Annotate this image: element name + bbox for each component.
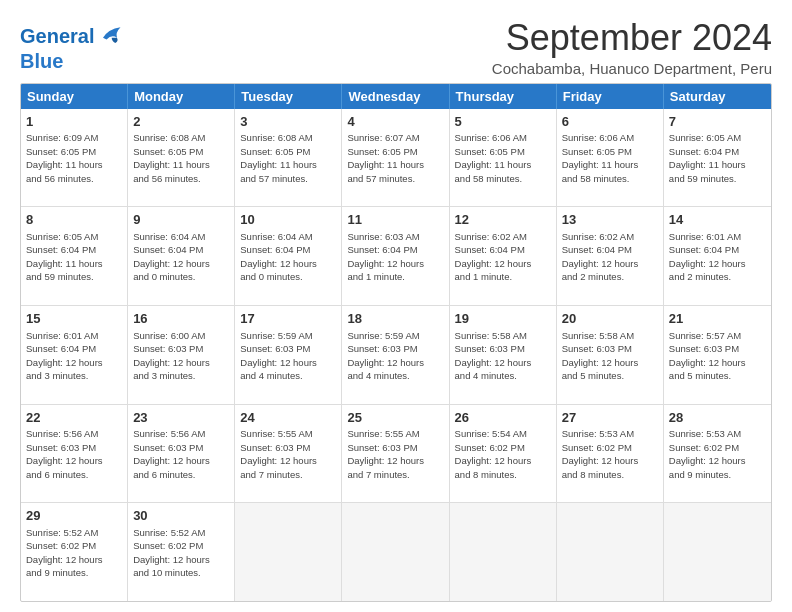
day-number: 18 bbox=[347, 310, 443, 328]
calendar-cell bbox=[450, 503, 557, 601]
calendar-cell: 22Sunrise: 5:56 AM Sunset: 6:03 PM Dayli… bbox=[21, 405, 128, 503]
day-number: 6 bbox=[562, 113, 658, 131]
calendar-cell: 28Sunrise: 5:53 AM Sunset: 6:02 PM Dayli… bbox=[664, 405, 771, 503]
header-saturday: Saturday bbox=[664, 84, 771, 109]
day-number: 23 bbox=[133, 409, 229, 427]
location-subtitle: Cochabamba, Huanuco Department, Peru bbox=[492, 60, 772, 77]
day-number: 17 bbox=[240, 310, 336, 328]
day-number: 20 bbox=[562, 310, 658, 328]
calendar-cell: 11Sunrise: 6:03 AM Sunset: 6:04 PM Dayli… bbox=[342, 207, 449, 305]
logo-icon bbox=[96, 22, 124, 50]
calendar-header: Sunday Monday Tuesday Wednesday Thursday… bbox=[21, 84, 771, 109]
day-info: Sunrise: 6:06 AM Sunset: 6:05 PM Dayligh… bbox=[562, 132, 639, 184]
day-number: 15 bbox=[26, 310, 122, 328]
calendar-cell: 16Sunrise: 6:00 AM Sunset: 6:03 PM Dayli… bbox=[128, 306, 235, 404]
logo: General Blue bbox=[20, 22, 124, 72]
calendar-cell: 14Sunrise: 6:01 AM Sunset: 6:04 PM Dayli… bbox=[664, 207, 771, 305]
header-monday: Monday bbox=[128, 84, 235, 109]
day-info: Sunrise: 6:01 AM Sunset: 6:04 PM Dayligh… bbox=[26, 330, 103, 382]
calendar-grid: Sunday Monday Tuesday Wednesday Thursday… bbox=[20, 83, 772, 602]
calendar-week-4: 22Sunrise: 5:56 AM Sunset: 6:03 PM Dayli… bbox=[21, 404, 771, 503]
calendar-cell bbox=[342, 503, 449, 601]
day-info: Sunrise: 5:53 AM Sunset: 6:02 PM Dayligh… bbox=[669, 428, 746, 480]
calendar-page: General Blue September 2024 Cochabamba, … bbox=[0, 0, 792, 612]
day-number: 8 bbox=[26, 211, 122, 229]
calendar-cell: 29Sunrise: 5:52 AM Sunset: 6:02 PM Dayli… bbox=[21, 503, 128, 601]
calendar-week-2: 8Sunrise: 6:05 AM Sunset: 6:04 PM Daylig… bbox=[21, 206, 771, 305]
day-info: Sunrise: 5:59 AM Sunset: 6:03 PM Dayligh… bbox=[347, 330, 424, 382]
logo-text: General bbox=[20, 25, 94, 47]
header-wednesday: Wednesday bbox=[342, 84, 449, 109]
day-info: Sunrise: 5:53 AM Sunset: 6:02 PM Dayligh… bbox=[562, 428, 639, 480]
calendar-cell: 24Sunrise: 5:55 AM Sunset: 6:03 PM Dayli… bbox=[235, 405, 342, 503]
day-info: Sunrise: 6:08 AM Sunset: 6:05 PM Dayligh… bbox=[133, 132, 210, 184]
calendar-cell: 25Sunrise: 5:55 AM Sunset: 6:03 PM Dayli… bbox=[342, 405, 449, 503]
day-info: Sunrise: 5:55 AM Sunset: 6:03 PM Dayligh… bbox=[240, 428, 317, 480]
day-info: Sunrise: 6:05 AM Sunset: 6:04 PM Dayligh… bbox=[26, 231, 103, 283]
header-thursday: Thursday bbox=[450, 84, 557, 109]
day-number: 19 bbox=[455, 310, 551, 328]
day-number: 2 bbox=[133, 113, 229, 131]
month-title: September 2024 bbox=[492, 18, 772, 58]
calendar-week-3: 15Sunrise: 6:01 AM Sunset: 6:04 PM Dayli… bbox=[21, 305, 771, 404]
day-number: 24 bbox=[240, 409, 336, 427]
calendar-cell: 6Sunrise: 6:06 AM Sunset: 6:05 PM Daylig… bbox=[557, 109, 664, 207]
day-info: Sunrise: 6:09 AM Sunset: 6:05 PM Dayligh… bbox=[26, 132, 103, 184]
day-info: Sunrise: 6:04 AM Sunset: 6:04 PM Dayligh… bbox=[133, 231, 210, 283]
calendar-cell: 7Sunrise: 6:05 AM Sunset: 6:04 PM Daylig… bbox=[664, 109, 771, 207]
calendar-cell: 15Sunrise: 6:01 AM Sunset: 6:04 PM Dayli… bbox=[21, 306, 128, 404]
calendar-cell: 26Sunrise: 5:54 AM Sunset: 6:02 PM Dayli… bbox=[450, 405, 557, 503]
day-number: 11 bbox=[347, 211, 443, 229]
calendar-cell: 8Sunrise: 6:05 AM Sunset: 6:04 PM Daylig… bbox=[21, 207, 128, 305]
day-number: 5 bbox=[455, 113, 551, 131]
day-number: 30 bbox=[133, 507, 229, 525]
day-info: Sunrise: 6:08 AM Sunset: 6:05 PM Dayligh… bbox=[240, 132, 317, 184]
day-number: 21 bbox=[669, 310, 766, 328]
calendar-week-1: 1Sunrise: 6:09 AM Sunset: 6:05 PM Daylig… bbox=[21, 109, 771, 207]
calendar-cell: 10Sunrise: 6:04 AM Sunset: 6:04 PM Dayli… bbox=[235, 207, 342, 305]
day-number: 29 bbox=[26, 507, 122, 525]
calendar-cell: 17Sunrise: 5:59 AM Sunset: 6:03 PM Dayli… bbox=[235, 306, 342, 404]
calendar-cell: 5Sunrise: 6:06 AM Sunset: 6:05 PM Daylig… bbox=[450, 109, 557, 207]
day-info: Sunrise: 5:52 AM Sunset: 6:02 PM Dayligh… bbox=[133, 527, 210, 579]
day-number: 28 bbox=[669, 409, 766, 427]
calendar-cell: 23Sunrise: 5:56 AM Sunset: 6:03 PM Dayli… bbox=[128, 405, 235, 503]
calendar-cell: 4Sunrise: 6:07 AM Sunset: 6:05 PM Daylig… bbox=[342, 109, 449, 207]
logo-line2: Blue bbox=[20, 50, 63, 72]
day-info: Sunrise: 6:04 AM Sunset: 6:04 PM Dayligh… bbox=[240, 231, 317, 283]
day-info: Sunrise: 6:01 AM Sunset: 6:04 PM Dayligh… bbox=[669, 231, 746, 283]
day-info: Sunrise: 6:06 AM Sunset: 6:05 PM Dayligh… bbox=[455, 132, 532, 184]
calendar-week-5: 29Sunrise: 5:52 AM Sunset: 6:02 PM Dayli… bbox=[21, 502, 771, 601]
calendar-body: 1Sunrise: 6:09 AM Sunset: 6:05 PM Daylig… bbox=[21, 109, 771, 601]
calendar-cell: 13Sunrise: 6:02 AM Sunset: 6:04 PM Dayli… bbox=[557, 207, 664, 305]
calendar-cell: 18Sunrise: 5:59 AM Sunset: 6:03 PM Dayli… bbox=[342, 306, 449, 404]
day-number: 9 bbox=[133, 211, 229, 229]
day-info: Sunrise: 5:54 AM Sunset: 6:02 PM Dayligh… bbox=[455, 428, 532, 480]
calendar-cell bbox=[235, 503, 342, 601]
day-info: Sunrise: 5:58 AM Sunset: 6:03 PM Dayligh… bbox=[562, 330, 639, 382]
calendar-cell: 9Sunrise: 6:04 AM Sunset: 6:04 PM Daylig… bbox=[128, 207, 235, 305]
day-info: Sunrise: 6:03 AM Sunset: 6:04 PM Dayligh… bbox=[347, 231, 424, 283]
header-tuesday: Tuesday bbox=[235, 84, 342, 109]
day-info: Sunrise: 5:57 AM Sunset: 6:03 PM Dayligh… bbox=[669, 330, 746, 382]
day-info: Sunrise: 6:00 AM Sunset: 6:03 PM Dayligh… bbox=[133, 330, 210, 382]
day-info: Sunrise: 5:59 AM Sunset: 6:03 PM Dayligh… bbox=[240, 330, 317, 382]
day-info: Sunrise: 5:56 AM Sunset: 6:03 PM Dayligh… bbox=[26, 428, 103, 480]
calendar-cell: 2Sunrise: 6:08 AM Sunset: 6:05 PM Daylig… bbox=[128, 109, 235, 207]
day-info: Sunrise: 5:52 AM Sunset: 6:02 PM Dayligh… bbox=[26, 527, 103, 579]
calendar-cell: 19Sunrise: 5:58 AM Sunset: 6:03 PM Dayli… bbox=[450, 306, 557, 404]
day-info: Sunrise: 6:05 AM Sunset: 6:04 PM Dayligh… bbox=[669, 132, 746, 184]
calendar-cell: 30Sunrise: 5:52 AM Sunset: 6:02 PM Dayli… bbox=[128, 503, 235, 601]
day-number: 4 bbox=[347, 113, 443, 131]
calendar-cell: 21Sunrise: 5:57 AM Sunset: 6:03 PM Dayli… bbox=[664, 306, 771, 404]
day-number: 25 bbox=[347, 409, 443, 427]
calendar-cell: 3Sunrise: 6:08 AM Sunset: 6:05 PM Daylig… bbox=[235, 109, 342, 207]
page-header: General Blue September 2024 Cochabamba, … bbox=[20, 18, 772, 77]
day-info: Sunrise: 6:07 AM Sunset: 6:05 PM Dayligh… bbox=[347, 132, 424, 184]
day-number: 22 bbox=[26, 409, 122, 427]
calendar-cell: 1Sunrise: 6:09 AM Sunset: 6:05 PM Daylig… bbox=[21, 109, 128, 207]
day-number: 13 bbox=[562, 211, 658, 229]
day-number: 1 bbox=[26, 113, 122, 131]
header-friday: Friday bbox=[557, 84, 664, 109]
day-number: 14 bbox=[669, 211, 766, 229]
